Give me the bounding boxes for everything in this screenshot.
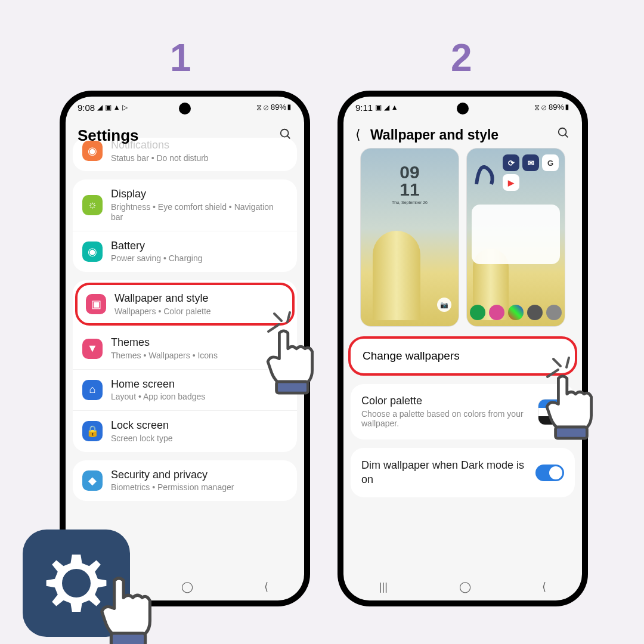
nav-back-icon: ⟨ xyxy=(264,580,268,593)
clock: 9:11 xyxy=(355,103,373,113)
nav-home-icon: ◯ xyxy=(181,580,193,593)
nav-home-icon: ◯ xyxy=(459,580,471,593)
wallpaper-previews: 09 11 Thu, September 26 📷 ⟳ ✉ G ▶ xyxy=(343,148,582,336)
palette-swatch xyxy=(538,399,564,425)
status-icons-left: ▣ ◢ ▲ xyxy=(375,103,398,112)
color-palette-row[interactable]: Color palette Choose a palette based on … xyxy=(351,384,575,439)
row-wallpaper-highlight[interactable]: ▣ Wallpaper and style Wallpapers • Color… xyxy=(75,283,295,326)
nav-recents-icon: ||| xyxy=(379,581,388,593)
svg-rect-13 xyxy=(111,633,145,644)
row-battery[interactable]: ◉ Battery Power saving • Charging xyxy=(73,231,297,272)
svg-point-2 xyxy=(559,128,566,136)
row-security[interactable]: ◆ Security and privacy Biometrics • Perm… xyxy=(73,460,297,501)
tap-spark-icon xyxy=(541,353,577,383)
app-icon: ✉ xyxy=(522,154,539,171)
header: ⟨ Wallpaper and style xyxy=(343,118,582,148)
camera-icon: 📷 xyxy=(437,298,451,312)
svg-line-10 xyxy=(553,359,561,366)
toggle-switch[interactable] xyxy=(535,465,564,481)
step-number-2: 2 xyxy=(451,36,472,80)
sun-icon: ☼ xyxy=(82,195,103,215)
step-number-1: 1 xyxy=(170,36,191,80)
battery-icon: ◉ xyxy=(82,242,103,262)
svg-point-12 xyxy=(65,572,88,595)
row-home[interactable]: ⌂ Home screen Layout • App icon badges xyxy=(73,370,297,411)
svg-line-7 xyxy=(287,312,290,322)
clock: 9:08 xyxy=(78,103,95,113)
tap-spark-icon xyxy=(262,308,298,338)
preview-home-screen[interactable]: ⟳ ✉ G ▶ xyxy=(466,148,565,327)
themes-icon: ▼ xyxy=(82,339,103,359)
section-screen: ▣ Wallpaper and style Wallpapers • Color… xyxy=(73,280,297,452)
app-icon: ▶ xyxy=(503,174,519,191)
bell-icon: ◉ xyxy=(82,141,103,161)
preview-lock-screen[interactable]: 09 11 Thu, September 26 📷 xyxy=(360,148,459,327)
wallpaper-icon: ▣ xyxy=(86,294,106,314)
dim-wallpaper-row[interactable]: Dim wallpaper when Dark mode is on xyxy=(351,448,575,497)
section-display: ☼ Display Brightness • Eye comfort shiel… xyxy=(73,179,297,272)
section-security: ◆ Security and privacy Biometrics • Perm… xyxy=(73,460,297,501)
shield-icon: ◆ xyxy=(82,470,103,491)
home-icon: ⌂ xyxy=(82,380,103,400)
status-icons-right: ⧖ ⊘ 89%▮ xyxy=(256,103,292,112)
app-icon: G xyxy=(542,154,559,171)
nav-back-icon: ⟨ xyxy=(542,580,546,593)
svg-line-5 xyxy=(268,324,279,332)
row-display[interactable]: ☼ Display Brightness • Eye comfort shiel… xyxy=(73,179,297,231)
row-lock[interactable]: 🔒 Lock screen Screen lock type xyxy=(73,411,297,451)
settings-app-icon xyxy=(23,530,130,637)
app-icon: ⟳ xyxy=(503,154,519,171)
svg-line-11 xyxy=(566,358,569,367)
svg-line-1 xyxy=(287,135,290,138)
status-icons-right: ⧖ ⊘ 89%▮ xyxy=(534,103,570,112)
search-icon[interactable] xyxy=(557,126,570,143)
svg-line-6 xyxy=(274,314,281,321)
nav-bar[interactable]: ||| ◯ ⟨ xyxy=(343,573,582,600)
lock-icon: 🔒 xyxy=(82,421,103,441)
svg-line-9 xyxy=(547,370,558,377)
status-icons-left: ◢ ▣ ▲ ▷ xyxy=(97,103,128,112)
svg-point-0 xyxy=(281,129,289,137)
svg-line-3 xyxy=(565,135,568,138)
back-icon[interactable]: ⟨ xyxy=(355,127,363,143)
page-title: Wallpaper and style xyxy=(370,127,550,143)
phone-frame-2: 9:11 ▣ ◢ ▲ ⧖ ⊘ 89%▮ ⟨ Wallpaper and styl… xyxy=(338,91,588,606)
